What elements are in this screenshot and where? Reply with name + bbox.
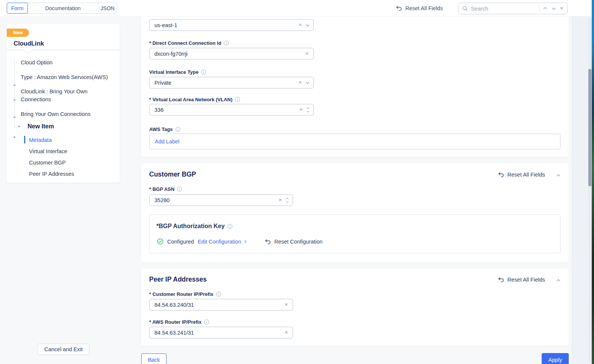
clear-icon[interactable]: ✕ (278, 198, 282, 203)
vif-type-select: ✕ (149, 77, 314, 88)
search-divider (539, 5, 539, 12)
number-stepper[interactable] (307, 107, 309, 113)
bgp-auth-key-box: *BGP Authorization Key i Configured Edit… (149, 215, 560, 253)
sidebar-item-type-aws[interactable]: Type : Amazon Web Services(AWS) (21, 73, 115, 81)
undo-icon (498, 277, 504, 282)
collapse-panel-icon[interactable] (557, 174, 560, 178)
collapse-panel-icon[interactable] (557, 279, 560, 283)
sidebar-item-cloud-option[interactable]: Cloud Option (21, 59, 115, 67)
search-prev-icon[interactable] (544, 7, 547, 11)
reset-all-fields-label: Reset All Fields (405, 5, 443, 11)
tree-dot (14, 116, 15, 118)
customer-router-ip-input[interactable] (150, 302, 280, 308)
stepper-down-icon[interactable] (307, 110, 309, 112)
search-close-icon[interactable]: ✕ (560, 6, 563, 11)
undo-icon (265, 239, 271, 244)
peer-ip-title: Peer IP Addresses (149, 276, 207, 283)
check-circle-icon (157, 238, 163, 245)
tree-connector-line (14, 59, 15, 124)
clear-icon[interactable]: ✕ (299, 108, 303, 112)
edit-configuration-link[interactable]: Edit Configuration (198, 239, 246, 245)
bgp-asn-input[interactable] (150, 197, 274, 203)
chevron-right-icon (243, 240, 246, 243)
sidebar-section-metadata[interactable]: Metadata (29, 137, 104, 143)
undo-icon (498, 172, 504, 177)
customer-router-ip-field: ✕ (149, 299, 293, 311)
info-icon[interactable]: i (176, 127, 180, 132)
peer-ip-panel: Peer IP Addresses Reset All Fields * Cus… (141, 268, 569, 346)
aws-router-ip-field: ✕ (149, 327, 293, 338)
panel-reset-all-fields-button[interactable]: Reset All Fields (498, 277, 545, 283)
customer-bgp-panel: Customer BGP Reset All Fields * BGP ASN … (141, 163, 569, 262)
tree-dot (14, 99, 15, 101)
tab-json[interactable]: JSON (98, 3, 117, 14)
number-stepper[interactable] (286, 198, 288, 203)
sidebar-item-bring-your-own-connections[interactable]: Bring Your Own Connections (21, 110, 115, 118)
clear-icon[interactable]: ✕ (305, 52, 309, 56)
clear-icon[interactable]: ✕ (284, 330, 288, 335)
search-input[interactable] (471, 6, 536, 12)
reset-all-fields-button[interactable]: Reset All Fields (396, 0, 443, 17)
tree-dot (14, 136, 15, 138)
customer-bgp-title: Customer BGP (149, 171, 196, 178)
info-icon[interactable]: i (228, 224, 232, 229)
sidebar-section-customer-bgp[interactable]: Customer BGP (29, 160, 104, 166)
search-next-icon[interactable] (552, 6, 556, 10)
status-badge-new: New (7, 29, 29, 37)
sidebar-title: CloudLink (14, 40, 44, 47)
aws-router-ip-label: * AWS Router IP/Prefix i (149, 319, 209, 325)
navigation-sidebar: New CloudLink Cloud Option Type : Amazon… (7, 24, 120, 183)
desktop-background-sliver (592, 0, 594, 364)
bgp-asn-field: ✕ (149, 194, 293, 206)
vlan-input[interactable] (150, 107, 295, 113)
aws-router-ip-input[interactable] (150, 330, 280, 336)
info-icon[interactable]: i (204, 320, 209, 324)
bgp-asn-label: * BGP ASN i (149, 186, 182, 192)
expand-arrow-icon[interactable] (18, 125, 20, 128)
info-icon[interactable]: i (224, 41, 229, 46)
chevron-down-icon[interactable] (306, 23, 310, 26)
search-icon (462, 6, 468, 11)
reset-configuration-button[interactable]: Reset Configuration (265, 239, 322, 245)
aws-tags-box: Add Label (149, 134, 560, 149)
tree-dot (14, 84, 15, 86)
active-section-indicator (24, 136, 25, 143)
sidebar-section-virtual-interface[interactable]: Virtual Interface (29, 148, 104, 154)
bgp-auth-key-label: *BGP Authorization Key i (156, 223, 232, 230)
vlan-label: * Virtual Local Area Network (VLAN) i (149, 97, 240, 102)
vif-type-label: Virtual Interface Type i (149, 69, 206, 75)
metadata-panel: ✕ * Direct Connect Connection Id i ✕ Vir… (141, 17, 569, 157)
info-icon[interactable]: i (235, 97, 240, 102)
auth-key-status: Configured (167, 239, 194, 245)
connection-id-field: ✕ (149, 48, 314, 59)
cancel-and-exit-button[interactable]: Cancel and Exit (38, 344, 89, 355)
sidebar-item-new-item[interactable]: New Item (27, 123, 103, 130)
add-label-link[interactable]: Add Label (155, 139, 179, 145)
sidebar-section-peer-ip-addresses[interactable]: Peer IP Addresses (29, 171, 104, 177)
info-icon[interactable]: i (201, 70, 206, 75)
info-icon[interactable]: i (216, 292, 221, 297)
tab-documentation[interactable]: Documentation (27, 3, 98, 14)
clear-icon[interactable]: ✕ (284, 303, 288, 307)
aws-tags-label: AWS Tags i (149, 126, 180, 132)
vlan-field: ✕ (149, 104, 314, 116)
sidebar-item-cloudlink-byoc[interactable]: CloudLink : Bring Your Own Connections (21, 88, 101, 104)
stepper-down-icon[interactable] (286, 200, 289, 203)
clear-icon[interactable]: ✕ (298, 23, 302, 27)
back-button[interactable]: Back (141, 353, 166, 364)
scrollbar-thumb[interactable] (588, 69, 591, 186)
vif-type-select-value[interactable] (150, 80, 294, 86)
clear-icon[interactable]: ✕ (298, 81, 302, 85)
region-select-value[interactable] (150, 22, 294, 28)
connection-id-input[interactable] (150, 51, 301, 57)
region-select: ✕ (149, 19, 314, 31)
connection-id-label: * Direct Connect Connection Id i (149, 40, 229, 46)
apply-button[interactable]: Apply (542, 353, 569, 364)
collapse-notch-divider[interactable] (7, 49, 120, 55)
top-toolbar: Form Documentation JSON Reset All Fields… (0, 0, 592, 17)
chevron-down-icon[interactable] (306, 80, 310, 84)
tab-form[interactable]: Form (7, 3, 28, 14)
search-box: ✕ (458, 3, 568, 14)
info-icon[interactable]: i (177, 187, 182, 192)
panel-reset-all-fields-button[interactable]: Reset All Fields (498, 172, 545, 178)
